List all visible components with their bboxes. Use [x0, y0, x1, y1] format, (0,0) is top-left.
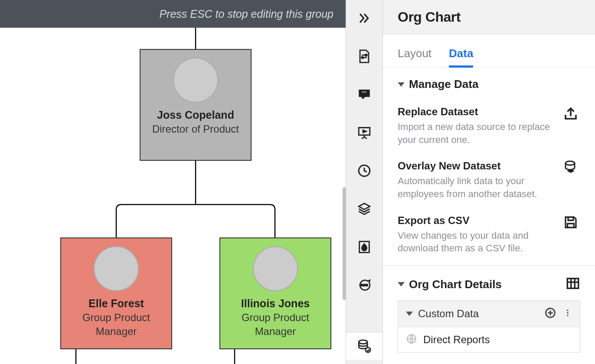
avatar: [94, 246, 139, 291]
svg-point-22: [567, 315, 568, 316]
ink-drop-icon[interactable]: [356, 238, 373, 256]
database-layers-icon: [563, 160, 580, 177]
action-title: Overlay New Dataset: [398, 160, 554, 172]
details-header[interactable]: Org Chart Details: [398, 278, 502, 291]
svg-rect-18: [567, 279, 579, 289]
save-disk-icon: [563, 214, 580, 232]
editing-hint-text: Press ESC to stop editing this group: [159, 8, 333, 20]
node-title: Group Product Manager: [61, 311, 171, 339]
node-name: Illinois Jones: [241, 297, 310, 310]
action-title: Replace Dataset: [398, 106, 554, 118]
side-icon-rail: "": [346, 0, 383, 364]
comments-icon[interactable]: [356, 276, 373, 294]
org-node-root[interactable]: Joss Copeland Director of Product: [140, 49, 252, 161]
collapse-panel-icon[interactable]: [356, 10, 373, 27]
right-panel: Org Chart Layout Data Manage Data Replac…: [383, 0, 595, 364]
org-node-left[interactable]: Elle Forest Group Product Manager: [60, 237, 172, 349]
tab-layout[interactable]: Layout: [398, 47, 432, 68]
more-options-icon[interactable]: [563, 307, 572, 321]
manage-data-title: Manage Data: [409, 78, 478, 91]
svg-point-15: [359, 340, 367, 344]
replace-dataset-action[interactable]: Replace Dataset Import a new data source…: [398, 99, 580, 153]
details-title: Org Chart Details: [409, 278, 502, 291]
svg-point-21: [567, 312, 568, 313]
action-desc: Import a new data source to replace your…: [398, 120, 554, 146]
editing-hint-bar: Press ESC to stop editing this group: [0, 0, 346, 28]
custom-data-label: Custom Data: [418, 308, 479, 320]
panel-tabs: Layout Data: [383, 35, 595, 68]
node-name: Elle Forest: [88, 297, 144, 310]
svg-point-20: [567, 310, 568, 311]
panel-title: Org Chart: [398, 9, 461, 25]
action-title: Export as CSV: [398, 214, 554, 227]
canvas-scrollbar[interactable]: [343, 187, 346, 300]
document-settings-icon[interactable]: [356, 48, 373, 65]
table-columns-icon[interactable]: [566, 276, 580, 292]
presentation-icon[interactable]: [356, 124, 373, 141]
tab-data[interactable]: Data: [449, 47, 473, 68]
data-link-icon[interactable]: [346, 332, 382, 360]
node-title: Director of Product: [152, 122, 239, 136]
node-name: Joss Copeland: [157, 109, 234, 121]
svg-point-17: [566, 161, 575, 165]
add-custom-field-icon[interactable]: [544, 307, 556, 321]
layers-icon[interactable]: [356, 200, 373, 218]
history-clock-icon[interactable]: [356, 162, 373, 179]
org-node-right[interactable]: Illinois Jones Group Product Manager: [219, 237, 331, 349]
manage-data-header[interactable]: Manage Data: [398, 78, 580, 91]
diagram-canvas[interactable]: Press ESC to stop editing this group Jos…: [0, 0, 346, 364]
direct-reports-label: Direct Reports: [423, 334, 490, 346]
avatar: [173, 58, 218, 103]
custom-data-toggle[interactable]: Custom Data: [406, 308, 479, 320]
panel-header: Org Chart: [383, 0, 595, 35]
svg-point-13: [363, 284, 365, 286]
direct-reports-row[interactable]: Direct Reports: [398, 327, 580, 352]
node-title: Group Product Manager: [220, 311, 330, 339]
caret-down-icon: [406, 312, 413, 316]
upload-icon: [563, 106, 580, 123]
avatar: [253, 246, 298, 291]
quote-tooltip-icon[interactable]: "": [356, 86, 373, 103]
globe-icon: [406, 333, 417, 346]
manage-data-section: Manage Data Replace Dataset Import a new…: [383, 68, 595, 262]
export-csv-action[interactable]: Export as CSV View changes to your data …: [398, 208, 580, 262]
svg-point-6: [365, 54, 367, 56]
org-chart-details-section: Org Chart Details Custom Data: [383, 266, 595, 353]
svg-point-12: [361, 284, 363, 286]
caret-down-icon: [398, 82, 405, 87]
custom-data-box: Custom Data Direct Reports: [398, 300, 580, 353]
caret-down-icon: [398, 282, 405, 286]
overlay-dataset-action[interactable]: Overlay New Dataset Automatically link d…: [398, 153, 580, 207]
action-desc: View changes to your data and download t…: [398, 229, 554, 255]
action-desc: Automatically link data to your employee…: [398, 175, 554, 200]
svg-text:"": "": [362, 91, 366, 96]
svg-point-14: [366, 284, 368, 286]
svg-point-7: [362, 57, 363, 58]
